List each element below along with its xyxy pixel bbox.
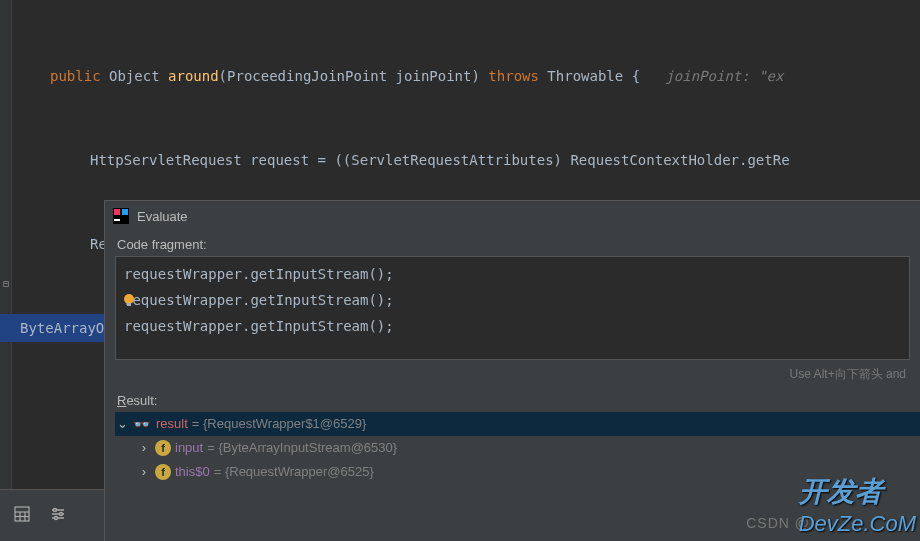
evaluate-panel: Evaluate Code fragment: requestWrapper.g… <box>104 200 920 541</box>
fragment-line[interactable]: requestWrapper.getInputStream(); <box>124 313 901 339</box>
gutter-collapse-icon[interactable]: ⊟ <box>0 278 12 290</box>
intellij-icon <box>113 208 129 224</box>
svg-rect-2 <box>122 209 128 215</box>
settings-icon[interactable] <box>50 506 66 526</box>
svg-point-15 <box>60 512 63 515</box>
var-name: result <box>156 412 188 436</box>
var-name: this$0 <box>175 460 210 484</box>
var-value: = {RequestWrapper$1@6529} <box>192 412 367 436</box>
tree-child[interactable]: › f input = {ByteArrayInputStream@6530} <box>115 436 920 460</box>
keyboard-hint: Use Alt+向下箭头 and <box>105 364 920 389</box>
watch-icon: 👓 <box>133 412 150 436</box>
evaluate-titlebar[interactable]: Evaluate <box>105 201 920 231</box>
fragment-line[interactable]: requestWrapper.getInputStream(); <box>124 261 901 287</box>
chevron-down-icon[interactable]: ⌄ <box>115 412 129 436</box>
evaluate-title: Evaluate <box>137 209 188 224</box>
code-line[interactable]: HttpServletRequest request = ((ServletRe… <box>20 146 920 174</box>
svg-rect-6 <box>15 507 29 521</box>
svg-rect-5 <box>127 303 131 306</box>
result-label: Result: <box>105 389 920 412</box>
svg-point-16 <box>55 516 58 519</box>
svg-point-4 <box>124 294 134 304</box>
bottom-toolbar <box>0 489 104 541</box>
csdn-watermark: CSDN @ <box>746 515 810 531</box>
chevron-right-icon[interactable]: › <box>137 460 151 484</box>
svg-rect-3 <box>114 219 120 221</box>
result-tree[interactable]: ⌄ 👓 result = {RequestWrapper$1@6529} › f… <box>105 412 920 484</box>
fragment-line[interactable]: requestWrapper.getInputStream(); <box>124 287 901 313</box>
svg-rect-1 <box>114 209 120 215</box>
chevron-right-icon[interactable]: › <box>137 436 151 460</box>
code-line[interactable]: public Object around(ProceedingJoinPoint… <box>20 62 920 90</box>
var-value: = {ByteArrayInputStream@6530} <box>207 436 397 460</box>
code-fragment-input[interactable]: requestWrapper.getInputStream(); request… <box>115 256 910 360</box>
code-fragment-label: Code fragment: <box>105 231 920 254</box>
tree-child[interactable]: › f this$0 = {RequestWrapper@6525} <box>115 460 920 484</box>
field-icon: f <box>155 440 171 456</box>
calculator-icon[interactable] <box>14 506 30 526</box>
field-icon: f <box>155 464 171 480</box>
var-name: input <box>175 436 203 460</box>
editor-gutter[interactable] <box>0 0 12 541</box>
tree-root[interactable]: ⌄ 👓 result = {RequestWrapper$1@6529} <box>115 412 920 436</box>
intention-bulb-icon[interactable] <box>122 289 136 303</box>
var-value: = {RequestWrapper@6525} <box>214 460 374 484</box>
svg-point-14 <box>54 508 57 511</box>
ide-editor: ⊟ public Object around(ProceedingJoinPoi… <box>0 0 920 541</box>
